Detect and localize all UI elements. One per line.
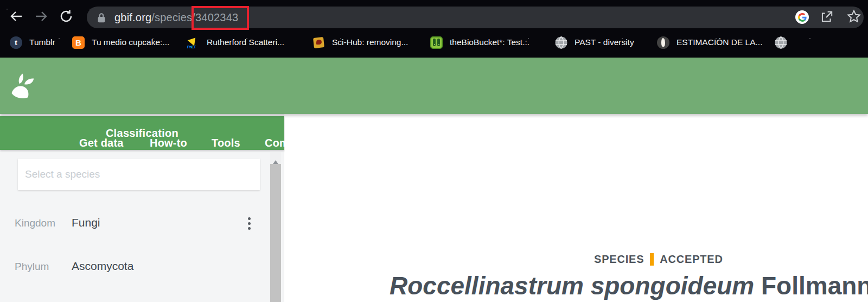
kebab-menu-icon[interactable] — [247, 216, 252, 231]
page-title: Roccellinastrum spongoideum Follmann — [390, 271, 868, 300]
rank-value-kingdom[interactable]: Fungi — [72, 216, 100, 229]
nav-how-to[interactable]: How-to — [150, 137, 187, 149]
classification-panel-title: Classification — [0, 116, 284, 150]
bookmark-rutherford-scattering[interactable]: PhET Rutherford Scatteri... — [187, 35, 284, 49]
reload-button[interactable] — [58, 8, 75, 25]
bookmark-tu-medio-cupcake[interactable]: B Tu medio cupcake:... — [72, 35, 169, 49]
lock-icon[interactable] — [97, 12, 106, 23]
scientific-name: Roccellinastrum spongoideum — [390, 272, 754, 300]
gbif-header: Get data How-to Tools Community About A — [0, 58, 868, 114]
phet-icon: PhET — [187, 36, 200, 49]
bookmark-label: Rutherford Scatteri... — [207, 37, 284, 47]
taxon-rank-label: SPECIES — [594, 253, 644, 266]
bookmark-label: ESTIMACIÓN DE LA... — [676, 37, 762, 47]
back-button[interactable] — [8, 8, 25, 25]
taxon-status-label: ACCEPTED — [660, 253, 723, 266]
taxon-status-badge: SPECIES ACCEPTED — [594, 253, 723, 266]
statue-icon — [657, 36, 669, 49]
reload-icon — [59, 9, 74, 24]
bookmark-label: theBioBucket*: Test.:. — [450, 37, 529, 47]
classification-panel: Classification Kingdom Fungi Phylum Asco… — [0, 114, 284, 302]
annotation-highlight-box — [192, 6, 249, 30]
globe-icon — [775, 36, 787, 49]
url-domain: gbif.org — [114, 11, 151, 23]
bookmark-label: Tu medio cupcake:... — [92, 37, 169, 47]
species-search-input[interactable] — [18, 159, 260, 190]
nav-community[interactable]: Community — [265, 137, 326, 149]
sidebar-scrollbar-thumb[interactable] — [270, 164, 281, 302]
url-path: /species/ — [151, 11, 195, 23]
bookmark-label: Sci-Hub: removing... — [332, 37, 408, 47]
rank-value-phylum[interactable]: Ascomycota — [72, 260, 133, 273]
browser-toolbar: gbif.org/species/3402343 t Tumblr B Tu m… — [0, 0, 868, 58]
forward-icon — [34, 9, 49, 24]
scrollbar-up-arrow[interactable] — [273, 158, 278, 164]
forward-button[interactable] — [33, 8, 50, 25]
browser-window: gbif.org/species/3402343 t Tumblr B Tu m… — [0, 0, 868, 302]
bookmark-untitled[interactable] — [775, 35, 794, 49]
back-icon — [9, 9, 24, 24]
rank-label-phylum: Phylum — [15, 261, 49, 273]
svg-text:A: A — [838, 144, 844, 154]
bookmark-thebiobucket[interactable]: theBioBucket*: Test.:. — [430, 35, 529, 49]
gbif-logo[interactable] — [11, 73, 37, 100]
google-logo-icon[interactable] — [795, 10, 809, 24]
bookmark-star-icon[interactable] — [846, 9, 861, 24]
nav-about[interactable]: About — [349, 137, 381, 149]
nav-tools[interactable]: Tools — [212, 137, 240, 149]
biobucket-icon — [430, 36, 443, 49]
bookmark-scihub[interactable]: Sci-Hub: removing... — [312, 35, 408, 49]
bookmark-tumblr[interactable]: t Tumblr — [10, 35, 55, 49]
bookmark-past-diversity[interactable]: PAST - diversity — [555, 35, 634, 49]
species-search-box — [18, 159, 260, 190]
health-pulse-icon[interactable] — [792, 133, 815, 155]
author-name: Follmann — [761, 272, 868, 300]
blogger-icon: B — [72, 36, 85, 49]
share-icon[interactable] — [820, 10, 834, 24]
rank-label-kingdom: Kingdom — [15, 217, 55, 229]
nav-get-data[interactable]: Get data — [79, 137, 124, 149]
bookmark-estimacion[interactable]: ESTIMACIÓN DE LA... — [657, 35, 762, 49]
tumblr-icon: t — [10, 36, 22, 49]
globe-icon — [555, 36, 567, 49]
scihub-icon — [312, 36, 325, 49]
search-icon[interactable] — [859, 133, 868, 155]
bookmark-label: PAST - diversity — [575, 37, 634, 47]
badge-divider — [650, 253, 654, 266]
bookmark-label: Tumblr — [29, 37, 55, 47]
translate-icon[interactable]: A — [826, 133, 847, 156]
